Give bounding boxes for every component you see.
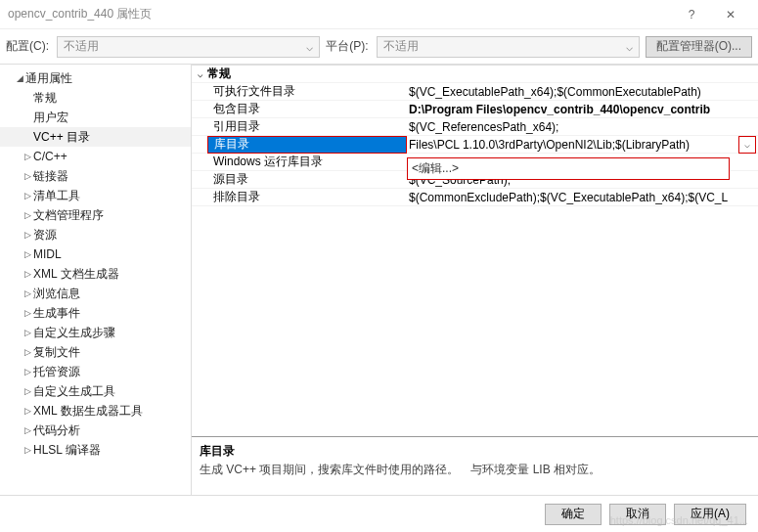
tree-item[interactable]: ▷XML 数据生成器工具 bbox=[0, 401, 191, 421]
tree-item[interactable]: ▷代码分析 bbox=[0, 421, 191, 440]
config-combo[interactable]: 不适用 bbox=[57, 36, 320, 58]
tree-item[interactable]: VC++ 目录 bbox=[0, 127, 191, 147]
expand-icon: ▷ bbox=[22, 425, 33, 435]
property-value-text: $(VC_ReferencesPath_x64); bbox=[409, 120, 558, 134]
property-value[interactable]: $(VC_ExecutablePath_x64);$(CommonExecuta… bbox=[407, 85, 758, 99]
platform-value: 不适用 bbox=[383, 38, 419, 55]
property-name: 排除目录 bbox=[207, 189, 407, 205]
tree-item-label: 常规 bbox=[33, 90, 57, 107]
tree-item-label: 用户宏 bbox=[33, 110, 68, 126]
config-label: 配置(C): bbox=[6, 38, 49, 55]
expand-icon: ▷ bbox=[22, 288, 33, 298]
tree-item[interactable]: ▷自定义生成工具 bbox=[0, 381, 191, 401]
tree-item[interactable]: 常规 bbox=[0, 88, 191, 108]
tree-item-label: 生成事件 bbox=[33, 305, 80, 322]
description-box: 库目录 生成 VC++ 项目期间，搜索库文件时使用的路径。 与环境变量 LIB … bbox=[192, 436, 758, 495]
close-button[interactable]: ✕ bbox=[711, 0, 750, 29]
tree-item-label: HLSL 编译器 bbox=[33, 442, 101, 459]
expand-icon: ▷ bbox=[22, 445, 33, 455]
desc-text: 生成 VC++ 项目期间，搜索库文件时使用的路径。 与环境变量 LIB 相对应。 bbox=[200, 462, 750, 478]
property-row[interactable]: 可执行文件目录$(VC_ExecutablePath_x64);$(Common… bbox=[192, 83, 758, 101]
property-name: 可执行文件目录 bbox=[207, 83, 407, 100]
property-value[interactable]: Files\PCL 1.10.0\3rdParty\OpenNI2\Lib;$(… bbox=[407, 136, 758, 154]
expand-icon: ▷ bbox=[22, 171, 33, 181]
tree-item-label: 复制文件 bbox=[33, 344, 80, 361]
expand-icon: ▷ bbox=[22, 367, 33, 377]
apply-button[interactable]: 应用(A) bbox=[674, 504, 746, 525]
expand-icon: ▷ bbox=[22, 347, 33, 357]
tree-root-label: 通用属性 bbox=[25, 70, 72, 87]
property-value[interactable]: $(VC_ReferencesPath_x64); bbox=[407, 120, 758, 134]
tree-item[interactable]: 用户宏 bbox=[0, 108, 191, 127]
tree-item[interactable]: ▷资源 bbox=[0, 225, 191, 244]
tree-item-label: 自定义生成工具 bbox=[33, 383, 115, 400]
property-row[interactable]: 排除目录$(CommonExcludePath);$(VC_Executable… bbox=[192, 189, 758, 206]
config-toolbar: 配置(C): 不适用 平台(P): 不适用 配置管理器(O)... bbox=[0, 29, 758, 65]
property-value[interactable]: D:\Program Files\opencv_contrib_440\open… bbox=[407, 103, 758, 116]
edit-dropdown[interactable]: <编辑...> bbox=[407, 157, 730, 180]
config-value: 不适用 bbox=[64, 38, 99, 55]
chevron-down-icon[interactable]: ⌵ bbox=[738, 136, 756, 154]
tree-item[interactable]: ▷C/C++ bbox=[0, 147, 191, 166]
tree-item[interactable]: ▷自定义生成步骤 bbox=[0, 323, 191, 342]
property-row[interactable]: 引用目录$(VC_ReferencesPath_x64); bbox=[192, 118, 758, 136]
collapse-icon: ⌵ bbox=[192, 69, 207, 79]
property-value-text: D:\Program Files\opencv_contrib_440\open… bbox=[409, 103, 710, 116]
window-title: opencv_contrib_440 属性页 bbox=[8, 6, 672, 22]
property-name: 库目录 bbox=[207, 136, 407, 154]
expand-icon: ▷ bbox=[22, 152, 33, 161]
property-name: Windows 运行库目录 bbox=[207, 154, 407, 170]
tree-item-label: 清单工具 bbox=[33, 188, 80, 204]
tree-item-label: 链接器 bbox=[33, 168, 68, 185]
property-row[interactable]: 包含目录D:\Program Files\opencv_contrib_440\… bbox=[192, 101, 758, 118]
tree-item-label: 自定义生成步骤 bbox=[33, 325, 115, 341]
dialog-body: ◢ 通用属性 常规用户宏VC++ 目录▷C/C++▷链接器▷清单工具▷文档管理程… bbox=[0, 65, 758, 495]
tree-item[interactable]: ▷托管资源 bbox=[0, 362, 191, 381]
ok-button[interactable]: 确定 bbox=[545, 504, 602, 525]
tree-item[interactable]: ▷XML 文档生成器 bbox=[0, 264, 191, 284]
cancel-button[interactable]: 取消 bbox=[609, 504, 666, 525]
tree-item[interactable]: ▷浏览信息 bbox=[0, 284, 191, 303]
tree-item[interactable]: ▷HLSL 编译器 bbox=[0, 440, 191, 460]
window-titlebar: opencv_contrib_440 属性页 ? ✕ bbox=[0, 0, 758, 29]
property-tree[interactable]: ◢ 通用属性 常规用户宏VC++ 目录▷C/C++▷链接器▷清单工具▷文档管理程… bbox=[0, 65, 192, 495]
property-name: 源目录 bbox=[207, 171, 407, 188]
platform-label: 平台(P): bbox=[326, 38, 368, 55]
edit-option[interactable]: <编辑...> bbox=[412, 161, 459, 175]
expand-icon: ▷ bbox=[22, 308, 33, 318]
tree-item-label: C/C++ bbox=[33, 150, 67, 163]
tree-item-label: XML 文档生成器 bbox=[33, 266, 119, 283]
collapse-icon: ◢ bbox=[14, 73, 25, 83]
property-row[interactable]: 库目录Files\PCL 1.10.0\3rdParty\OpenNI2\Lib… bbox=[192, 136, 758, 154]
tree-item-label: 代码分析 bbox=[33, 422, 80, 439]
expand-icon: ▷ bbox=[22, 386, 33, 396]
tree-item-label: 文档管理程序 bbox=[33, 207, 104, 224]
dialog-button-bar: 确定 取消 应用(A) bbox=[0, 495, 758, 532]
tree-item-label: 资源 bbox=[33, 227, 57, 244]
tree-item-label: MIDL bbox=[33, 247, 62, 261]
expand-icon: ▷ bbox=[22, 191, 33, 200]
property-value-text: $(VC_ExecutablePath_x64);$(CommonExecuta… bbox=[409, 85, 701, 99]
expand-icon: ▷ bbox=[22, 328, 33, 337]
tree-item[interactable]: ▷复制文件 bbox=[0, 342, 191, 362]
tree-item[interactable]: ▷生成事件 bbox=[0, 303, 191, 323]
tree-item-label: 浏览信息 bbox=[33, 286, 80, 302]
property-table: ⌵ 常规 可执行文件目录$(VC_ExecutablePath_x64);$(C… bbox=[192, 66, 758, 436]
help-button[interactable]: ? bbox=[672, 0, 711, 29]
expand-icon: ▷ bbox=[22, 230, 33, 240]
tree-item[interactable]: ▷清单工具 bbox=[0, 186, 191, 205]
expand-icon: ▷ bbox=[22, 406, 33, 416]
expand-icon: ▷ bbox=[22, 249, 33, 259]
tree-item-label: XML 数据生成器工具 bbox=[33, 403, 143, 420]
tree-item[interactable]: ▷文档管理程序 bbox=[0, 205, 191, 225]
config-manager-button[interactable]: 配置管理器(O)... bbox=[646, 36, 752, 58]
property-value[interactable]: $(CommonExcludePath);$(VC_ExecutablePath… bbox=[407, 191, 758, 204]
property-group-header[interactable]: ⌵ 常规 bbox=[192, 66, 758, 83]
tree-item[interactable]: ▷MIDL bbox=[0, 244, 191, 264]
expand-icon: ▷ bbox=[22, 210, 33, 220]
tree-root[interactable]: ◢ 通用属性 bbox=[0, 68, 191, 88]
expand-icon: ▷ bbox=[22, 269, 33, 279]
desc-title: 库目录 bbox=[200, 443, 750, 460]
platform-combo[interactable]: 不适用 bbox=[377, 36, 640, 58]
tree-item[interactable]: ▷链接器 bbox=[0, 166, 191, 186]
